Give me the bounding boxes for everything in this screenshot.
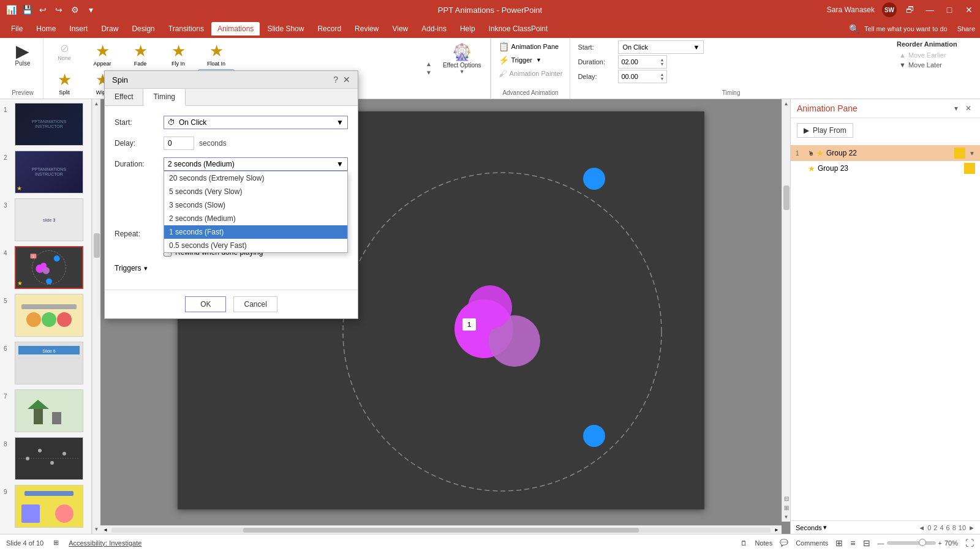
delay-input[interactable]: ▲ ▼ <box>618 70 667 83</box>
canvas-zoom-up[interactable]: ⊞ <box>783 503 790 512</box>
view-sorter-btn[interactable]: ⊟ <box>863 538 870 548</box>
modal-close-button[interactable]: ✕ <box>343 75 350 84</box>
dialog-duration-selected[interactable]: 2 seconds (Medium) ▼ <box>164 157 348 171</box>
menu-insert[interactable]: Insert <box>63 22 94 36</box>
menu-design[interactable]: Design <box>126 22 160 36</box>
menu-animations[interactable]: Animations <box>211 22 260 36</box>
view-outline-btn[interactable]: ≡ <box>850 538 855 548</box>
animation-painter-button[interactable]: 🖌 Animation Painter <box>496 67 565 80</box>
delay-field[interactable] <box>621 73 660 80</box>
dialog-start-dropdown[interactable]: ⏱ On Click ▼ <box>164 116 348 129</box>
play-from-button[interactable]: ▶ Play From <box>797 123 853 138</box>
menu-view[interactable]: View <box>386 22 414 36</box>
trigger-arrow[interactable]: ▼ <box>536 57 541 63</box>
canvas-zoom-down[interactable]: ⊟ <box>783 494 790 503</box>
menu-review[interactable]: Review <box>349 22 385 36</box>
menu-draw[interactable]: Draw <box>95 22 124 36</box>
hscroll-right[interactable]: ► <box>772 527 782 533</box>
duration-field[interactable] <box>621 58 660 66</box>
menu-transitions[interactable]: Transitions <box>162 22 210 36</box>
accessibility-info[interactable]: Accessibility: Investigate <box>69 539 141 547</box>
duration-option-1s[interactable]: 1 seconds (Fast) <box>164 225 347 239</box>
slide-thumb-1[interactable]: 1 PPTANIMATIONSINSTRUCTOR <box>2 102 89 147</box>
slide-thumb-4[interactable]: 4 1 ★ <box>2 245 89 290</box>
anim-item-expand-1[interactable]: ▼ <box>969 150 975 157</box>
user-avatar[interactable]: SW <box>882 2 897 17</box>
canvas-hscroll[interactable]: ◄ ► <box>100 525 782 534</box>
canvas-vscroll-thumb[interactable] <box>783 186 790 210</box>
animation-pane-button[interactable]: 📋 Animation Pane <box>496 40 565 53</box>
modal-help-button[interactable]: ? <box>333 75 338 84</box>
comments-label[interactable]: Comments <box>796 539 828 547</box>
delay-down[interactable]: ▼ <box>660 77 664 81</box>
ribbon-scroll-down[interactable]: ▼ <box>424 69 433 77</box>
tab-timing[interactable]: Timing <box>143 89 186 106</box>
undo-button[interactable]: ↩ <box>37 4 49 16</box>
start-dropdown[interactable]: On Click ▼ <box>618 40 704 54</box>
slide-panel-vscroll[interactable]: ▲ ▼ <box>92 99 100 534</box>
dialog-delay-input[interactable] <box>164 137 194 150</box>
vscroll-down[interactable]: ▼ <box>92 525 101 534</box>
timeline-nav-left[interactable]: ◄ <box>918 524 925 531</box>
delay-up[interactable]: ▲ <box>660 72 664 77</box>
zoom-slider[interactable] <box>887 541 936 545</box>
triggers-toggle[interactable]: ▾ <box>144 264 148 272</box>
search-label[interactable]: Tell me what you want to do <box>864 25 948 32</box>
ribbon-scroll-up[interactable]: ▲ <box>424 60 433 69</box>
canvas-vscroll-up[interactable]: ▲ <box>782 99 790 108</box>
slide-thumb-8[interactable]: 8 <box>2 436 89 481</box>
move-earlier-button[interactable]: ▲ Move Earlier <box>897 50 973 60</box>
menu-file[interactable]: File <box>5 22 29 36</box>
menu-record[interactable]: Record <box>311 22 347 36</box>
vscroll-up[interactable]: ▲ <box>92 99 101 108</box>
cancel-button[interactable]: Cancel <box>233 296 277 312</box>
duration-option-2s[interactable]: 2 seconds (Medium) <box>164 212 347 225</box>
view-normal-btn[interactable]: ⊞ <box>835 538 843 548</box>
duration-down[interactable]: ▼ <box>660 62 664 66</box>
animation-subitem-group23[interactable]: ★ Group 23 <box>791 161 980 176</box>
customize-button[interactable]: ⚙ <box>69 4 81 16</box>
zoom-thumb[interactable] <box>919 539 926 546</box>
trigger-button[interactable]: ⚡ Trigger ▼ <box>496 54 565 66</box>
slide-thumb-2[interactable]: 2 PPTANIMATIONSINSTRUCTOR ★ <box>2 149 89 195</box>
duration-option-05s[interactable]: 0.5 seconds (Very Fast) <box>164 239 347 252</box>
fit-slide-btn[interactable]: ⛶ <box>965 538 974 548</box>
ok-button[interactable]: OK <box>185 296 226 312</box>
vscroll-thumb[interactable] <box>94 233 100 258</box>
duration-option-3s[interactable]: 3 seconds (Slow) <box>164 198 347 212</box>
duration-input[interactable]: ▲ ▼ <box>618 55 667 69</box>
slide-thumb-5[interactable]: 5 <box>2 293 89 338</box>
timeline-nav-right[interactable]: ► <box>968 524 975 531</box>
save-button[interactable]: 💾 <box>21 4 33 16</box>
search-icon[interactable]: 🔍 <box>849 24 859 34</box>
duration-option-20s[interactable]: 20 seconds (Extremely Slow) <box>164 171 347 185</box>
duration-option-5s[interactable]: 5 seconds (Very Slow) <box>164 185 347 198</box>
effect-options-arrow[interactable]: ▼ <box>459 69 465 75</box>
animation-none[interactable]: ⊘None <box>46 40 83 68</box>
pane-dropdown-btn[interactable]: ▾ <box>952 103 960 114</box>
maximize-button[interactable]: □ <box>943 4 956 16</box>
more-button[interactable]: ▾ <box>85 4 97 16</box>
slide-thumb-3[interactable]: 3 slide 3 <box>2 197 89 242</box>
menu-addins[interactable]: Add-ins <box>415 22 453 36</box>
share-label[interactable]: Share <box>957 25 975 32</box>
animation-floatin[interactable]: ★ Float In <box>198 40 235 68</box>
canvas-vscroll[interactable]: ▲ ⊟ ⊞ ▼ <box>782 99 790 522</box>
minimize-button[interactable]: — <box>924 4 936 16</box>
notes-label[interactable]: Notes <box>755 539 772 547</box>
animation-split[interactable]: ★ Split <box>46 69 83 98</box>
zoom-out-btn[interactable]: — <box>878 539 884 547</box>
menu-help[interactable]: Help <box>454 22 481 36</box>
menu-home[interactable]: Home <box>30 22 62 36</box>
hscroll-thumb[interactable] <box>243 528 639 533</box>
slide-thumb-6[interactable]: 6 Slide 6 <box>2 340 89 386</box>
pane-close-btn[interactable]: ✕ <box>963 103 974 114</box>
animation-item-group22[interactable]: 1 🖱 ★ Group 22 ▼ <box>791 145 980 161</box>
zoom-in-btn[interactable]: + <box>938 539 942 547</box>
close-button[interactable]: ✕ <box>963 4 975 16</box>
slide-thumb-7[interactable]: 7 <box>2 388 89 433</box>
animation-fade[interactable]: ★ Fade <box>122 40 159 68</box>
animation-flyin[interactable]: ★ Fly In <box>160 40 197 68</box>
menu-slideshow[interactable]: Slide Show <box>261 22 310 36</box>
menu-inknoe[interactable]: Inknoe ClassPoint <box>483 22 554 36</box>
